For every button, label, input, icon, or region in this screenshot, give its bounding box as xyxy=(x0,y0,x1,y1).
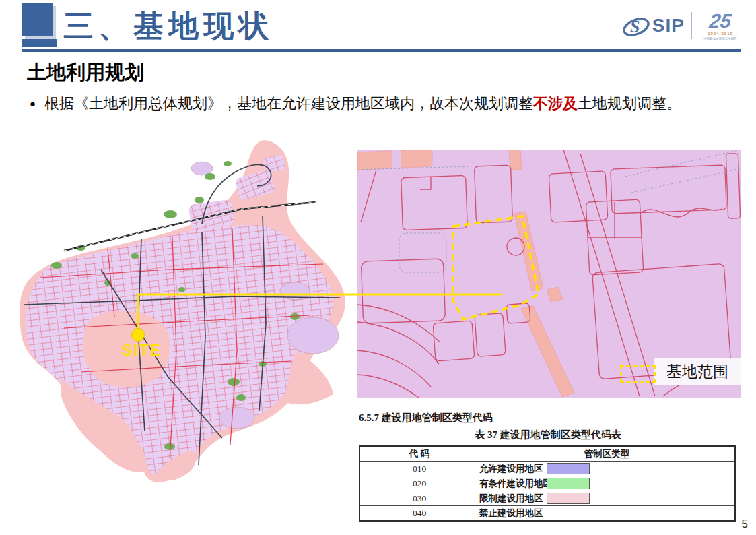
code-table-caption: 表 37 建设用地管制区类型代码表 xyxy=(359,429,737,441)
table-row: 040 禁止建设用地区 xyxy=(359,506,735,522)
zone-color-swatch xyxy=(547,493,590,504)
bullet-marker: ● xyxy=(30,98,36,109)
header-accent-square xyxy=(22,3,53,36)
logo-divider xyxy=(691,12,692,39)
anniversary-number: 25 xyxy=(708,11,732,31)
header-accent-bar xyxy=(22,39,57,47)
table-row: 010 允许建设用地区 xyxy=(359,462,735,476)
urban-area xyxy=(26,225,333,476)
page-title: 三、基地现状 xyxy=(63,6,273,46)
bullet-line: ● 根据《土地利用总体规划》，基地在允许建设用地区域内，故本次规划调整不涉及土地… xyxy=(30,94,681,114)
column-header-code: 代 码 xyxy=(359,446,479,462)
anniversary-caption: 中国新加坡苏州工业园区 xyxy=(703,36,737,40)
code-table-block: 6.5.7 建设用地管制区类型代码 表 37 建设用地管制区类型代码表 代 码 … xyxy=(359,412,737,522)
bullet-text: 根据《土地利用总体规划》，基地在允许建设用地区域内，故本次规划调整不涉及土地规划… xyxy=(44,94,681,114)
site-boundary-legend-icon xyxy=(620,365,656,383)
bullet-emphasis: 不涉及 xyxy=(533,95,578,112)
zone-color-swatch xyxy=(547,463,590,474)
anniversary-mark: 25 1994-2019 中国新加坡苏州工业园区 xyxy=(698,11,743,40)
table-row: 020 有条件建设用地区 xyxy=(359,476,735,491)
land-use-overview-map xyxy=(17,137,350,491)
header-rule xyxy=(22,49,741,52)
code-table: 代 码 管制区类型 010 允许建设用地区 020 有条件建设用地区 030 限… xyxy=(359,445,736,522)
sip-logo: S SIP 25 1994-2019 中国新加坡苏州工业园区 xyxy=(621,11,743,40)
site-boundary-legend-label: 基地范围 xyxy=(654,358,741,385)
sip-s-ellipse-icon: S xyxy=(621,11,651,40)
site-label: SITE xyxy=(122,342,162,360)
column-header-type: 管制区类型 xyxy=(479,446,736,462)
code-table-heading: 6.5.7 建设用地管制区类型代码 xyxy=(359,412,737,424)
zone-color-swatch xyxy=(547,478,590,489)
svg-text:S: S xyxy=(630,17,640,36)
anniversary-years: 1994-2019 xyxy=(708,32,733,36)
sip-wordmark: SIP xyxy=(652,15,685,36)
table-row: 030 限制建设用地区 xyxy=(359,491,735,506)
page-number: 5 xyxy=(742,517,748,531)
section-title: 土地利用规划 xyxy=(27,59,144,86)
table-header-row: 代 码 管制区类型 xyxy=(359,446,735,462)
slide: 三、基地现状 S SIP 25 1994-2019 中国新加坡苏州工业园区 土地… xyxy=(0,0,756,535)
